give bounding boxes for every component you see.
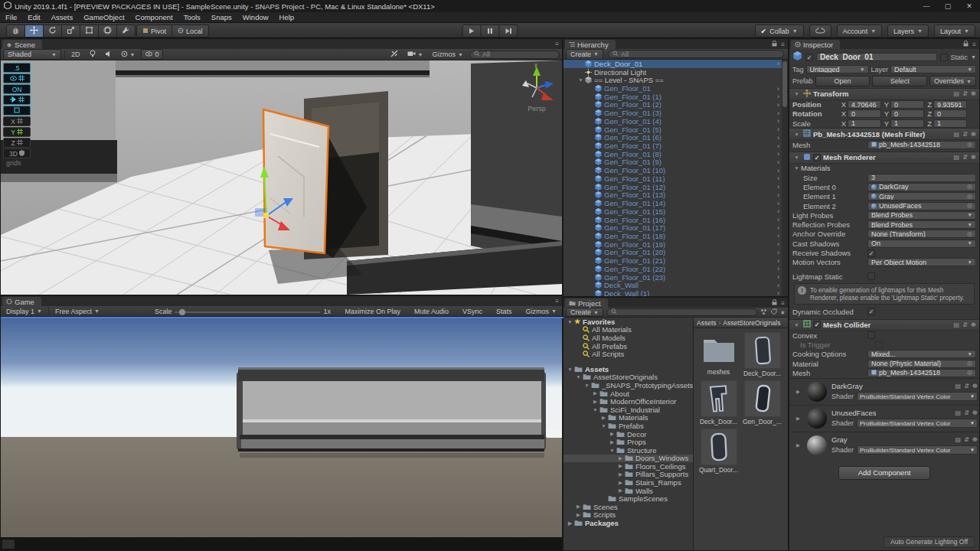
prefab-select-button[interactable]: Select [872, 76, 927, 86]
material-element-field[interactable]: DarkGray◎ [867, 183, 976, 191]
panel-menu-icon[interactable]: ≡ [972, 41, 976, 48]
hierarchy-item[interactable]: Gen_Floor_01 (6)› [564, 133, 782, 142]
tab-game[interactable]: Game [2, 297, 41, 306]
mesh-renderer-header[interactable]: ▼ ✓ Mesh Renderer ▤⇵☸ [789, 152, 979, 164]
custom-tool-button[interactable] [117, 24, 136, 37]
project-tree-item[interactable]: ▶ModernOfficeInterior [564, 397, 693, 406]
position-x-field[interactable]: 4.70646 [848, 100, 881, 109]
shader-dropdown[interactable]: ProBuilder/Standard Vertex Color▼ [857, 419, 978, 428]
auto-generate-lighting-button[interactable]: Auto Generate Lighting Off [884, 536, 975, 548]
gear-icon[interactable]: ☸ [972, 436, 978, 443]
hierarchy-item[interactable]: Gen_Floor_01 (19)› [564, 240, 782, 249]
material-foldout[interactable]: ▶ [794, 442, 802, 448]
position-y-field[interactable]: 0 [890, 100, 924, 109]
light-probes-dropdown[interactable]: Blend Probes▼ [867, 211, 976, 220]
minimize-button[interactable]: — [916, 0, 937, 12]
gear-icon[interactable]: ☸ [971, 90, 976, 97]
draw-mode-dropdown[interactable]: Shaded▼ [3, 49, 61, 60]
project-tree-item[interactable]: ▶Doors_Windows [564, 455, 693, 463]
asset-item[interactable]: Gen_Door_... [740, 380, 784, 425]
asset-item[interactable]: Deck_Door... [740, 332, 784, 377]
project-tree-item[interactable]: All Scripts [564, 350, 693, 358]
hierarchy-item[interactable]: Gen_Floor_01 (16)› [564, 216, 782, 224]
project-tree-item[interactable]: ▶Scenes [564, 503, 693, 511]
display-dropdown[interactable]: Display 1▼ [3, 308, 45, 315]
gear-icon[interactable]: ☸ [972, 409, 978, 416]
gameobject-name-field[interactable]: Deck_Door_01 [816, 53, 937, 61]
project-tree-item[interactable]: ▼★Favorites [564, 318, 693, 326]
project-tree-item[interactable]: All Prefabs [564, 342, 693, 350]
hierarchy-item[interactable]: Deck_Wall (1)› [564, 289, 782, 296]
search-by-type-icon[interactable] [760, 308, 767, 317]
cooking-options-dropdown[interactable]: Mixed...▼ [867, 350, 976, 358]
add-component-button[interactable]: Add Component [838, 466, 930, 480]
convex-checkbox[interactable] [867, 331, 875, 339]
hierarchy-item[interactable]: Gen_Floor_01 (9)› [564, 158, 782, 167]
preset-icon[interactable]: ⇵ [964, 383, 969, 390]
collider-mesh-field[interactable]: pb_Mesh-14342518◎ [867, 369, 976, 377]
mesh-collider-enabled-checkbox[interactable]: ✓ [813, 321, 821, 328]
lock-icon[interactable] [772, 299, 777, 307]
menu-assets[interactable]: Assets [46, 13, 79, 21]
tab-inspector[interactable]: Inspector [791, 40, 840, 49]
project-tree-item[interactable]: All Models [564, 334, 693, 342]
hierarchy-item[interactable]: Deck_Wall› [564, 281, 782, 289]
transform-tool-button[interactable] [99, 24, 117, 37]
hierarchy-item[interactable]: Gen_Floor_01 (1)› [564, 93, 782, 101]
favorite-star-icon[interactable]: ★ [780, 309, 786, 316]
close-button[interactable]: ✕ [959, 0, 980, 12]
reference-book-icon[interactable]: ▤ [954, 321, 960, 328]
panel-menu-icon[interactable]: ≡ [555, 41, 559, 47]
progrids-y-axis-button[interactable]: Y [3, 127, 31, 137]
gear-icon[interactable]: ☸ [972, 383, 978, 390]
scene-audio-toggle[interactable] [102, 51, 115, 59]
progrids-3d-button[interactable]: 3D [3, 148, 31, 158]
materials-foldout[interactable]: ▼Materials [789, 164, 979, 173]
preset-icon[interactable]: ⇵ [964, 436, 969, 443]
menu-gameobject[interactable]: GameObject [78, 13, 129, 21]
scale-slider-thumb[interactable] [179, 309, 185, 315]
hierarchy-item[interactable]: Gen_Floor_01 (11)› [564, 174, 782, 183]
hierarchy-scrollbar[interactable] [782, 60, 788, 296]
reflection-probes-dropdown[interactable]: Blend Probes▼ [867, 220, 976, 229]
scale-y-field[interactable]: 1 [890, 119, 924, 128]
menu-component[interactable]: Component [130, 13, 178, 21]
progrids-z-axis-button[interactable]: Z [3, 138, 31, 148]
project-tree-item[interactable]: All Materials [564, 326, 693, 334]
editor-tools-button[interactable] [387, 50, 401, 59]
cast-shadows-dropdown[interactable]: On▼ [867, 240, 976, 248]
mesh-collider-header[interactable]: ▼ ✓ Mesh Collider ▤⇵☸ [789, 319, 979, 331]
scale-tool-button[interactable] [62, 24, 80, 37]
move-tool-button[interactable] [25, 24, 44, 37]
account-dropdown[interactable]: Account▼ [837, 24, 882, 37]
step-button[interactable] [500, 24, 518, 37]
project-tree-item[interactable]: ▼AssetStoreOriginals [564, 373, 693, 382]
transform-header[interactable]: ▼ Transform ▤⇵☸ [789, 88, 979, 100]
mesh-object-field[interactable]: pb_Mesh-14342518◎ [867, 141, 976, 149]
reference-book-icon[interactable]: ▤ [956, 409, 962, 416]
scale-z-field[interactable]: 1 [933, 119, 967, 128]
tag-dropdown[interactable]: Untagged▼ [806, 65, 869, 73]
scene-visibility-toggle[interactable]: 0 [141, 49, 163, 60]
hierarchy-item[interactable]: Gen_Floor_01 (17)› [564, 223, 782, 232]
local-toggle-button[interactable]: Local [172, 24, 209, 37]
persp-label[interactable]: Persp [528, 105, 546, 112]
progrids-follow-grid-button[interactable] [3, 106, 31, 116]
breadcrumb-segment[interactable]: AssetStoreOriginals [723, 319, 780, 327]
rotation-x-field[interactable]: 0 [848, 109, 881, 118]
search-by-label-icon[interactable] [770, 308, 777, 317]
project-tree-item[interactable]: ▼Prefabs [564, 422, 693, 430]
game-option-stats[interactable]: Stats [493, 308, 515, 315]
hierarchy-item[interactable]: Directional Light [564, 68, 782, 77]
preset-icon[interactable]: ⇵ [962, 131, 968, 138]
scene-lighting-toggle[interactable] [87, 50, 99, 59]
hierarchy-item[interactable]: Gen_Floor_01 (15)› [564, 207, 782, 216]
project-search-input[interactable] [606, 308, 757, 316]
dynamic-occluded-checkbox[interactable]: ✓ [867, 308, 875, 315]
project-tree-item[interactable]: ▶Walls [564, 487, 693, 495]
project-tree-item[interactable]: ▶Decor [564, 430, 693, 439]
shader-dropdown[interactable]: ProBuilder/Standard Vertex Color▼ [857, 392, 978, 401]
project-tree-item[interactable]: ▶Materials [564, 414, 693, 422]
layers-dropdown[interactable]: Layers▼ [887, 24, 929, 37]
panel-menu-icon[interactable]: ≡ [781, 300, 785, 307]
